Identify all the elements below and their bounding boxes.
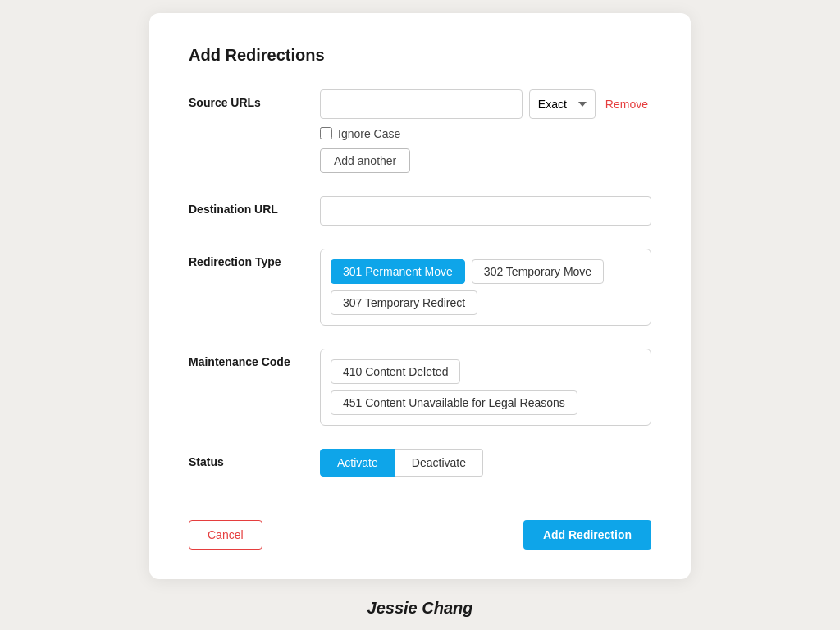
cancel-button[interactable]: Cancel: [189, 520, 262, 550]
source-url-type-select[interactable]: Exact Prefix Regex: [529, 89, 596, 119]
redirect-302-button[interactable]: 302 Temporary Move: [472, 259, 604, 284]
ignore-case-checkbox[interactable]: [320, 127, 332, 139]
redirection-type-row: Redirection Type 301 Permanent Move 302 …: [189, 249, 651, 326]
maintenance-code-control: 410 Content Deleted 451 Content Unavaila…: [320, 349, 651, 426]
remove-button[interactable]: Remove: [602, 98, 651, 111]
source-url-input-row: Exact Prefix Regex Remove: [320, 89, 651, 119]
maintenance-code-row: Maintenance Code 410 Content Deleted 451…: [189, 349, 651, 426]
destination-url-label: Destination URL: [189, 196, 320, 216]
status-row: Status Activate Deactivate: [189, 449, 651, 477]
source-urls-control: Exact Prefix Regex Remove Ignore Case Ad…: [320, 89, 651, 173]
status-control: Activate Deactivate: [320, 449, 651, 477]
redirect-301-button[interactable]: 301 Permanent Move: [331, 259, 465, 284]
add-redirection-button[interactable]: Add Redirection: [523, 520, 651, 550]
maintenance-code-label: Maintenance Code: [189, 349, 320, 368]
status-label: Status: [189, 449, 320, 468]
source-urls-label: Source URLs: [189, 89, 320, 109]
destination-url-input[interactable]: [320, 196, 651, 226]
activate-button[interactable]: Activate: [320, 449, 395, 477]
status-toggle-group: Activate Deactivate: [320, 449, 651, 477]
redirection-type-label: Redirection Type: [189, 249, 320, 268]
source-urls-row: Source URLs Exact Prefix Regex Remove Ig…: [189, 89, 651, 173]
redirection-type-control: 301 Permanent Move 302 Temporary Move 30…: [320, 249, 651, 326]
redirect-307-button[interactable]: 307 Temporary Redirect: [331, 290, 477, 315]
maintenance-code-toggle-group: 410 Content Deleted 451 Content Unavaila…: [320, 349, 651, 426]
ignore-case-row: Ignore Case: [320, 127, 651, 140]
source-url-input[interactable]: [320, 89, 523, 119]
destination-url-row: Destination URL: [189, 196, 651, 226]
destination-url-control: [320, 196, 651, 226]
add-another-button[interactable]: Add another: [320, 148, 410, 173]
deactivate-button[interactable]: Deactivate: [395, 449, 483, 477]
maint-451-button[interactable]: 451 Content Unavailable for Legal Reason…: [331, 390, 578, 415]
add-redirections-card: Add Redirections Source URLs Exact Prefi…: [149, 13, 691, 579]
ignore-case-label[interactable]: Ignore Case: [338, 127, 400, 140]
page-title: Add Redirections: [189, 46, 651, 65]
footer-credit: Jessie Chang: [368, 599, 473, 618]
card-footer: Cancel Add Redirection: [189, 500, 651, 550]
redirection-type-toggle-group: 301 Permanent Move 302 Temporary Move 30…: [320, 249, 651, 326]
maint-410-button[interactable]: 410 Content Deleted: [331, 359, 460, 384]
